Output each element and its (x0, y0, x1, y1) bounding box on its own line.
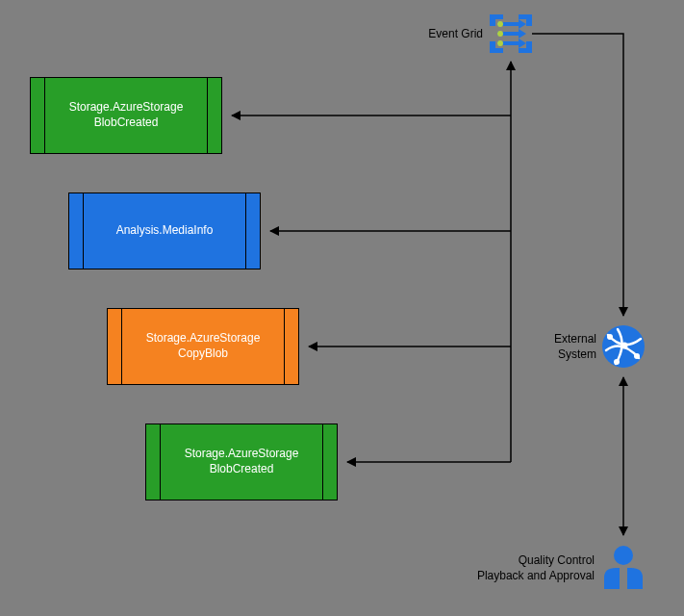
connector-lines (0, 0, 684, 616)
